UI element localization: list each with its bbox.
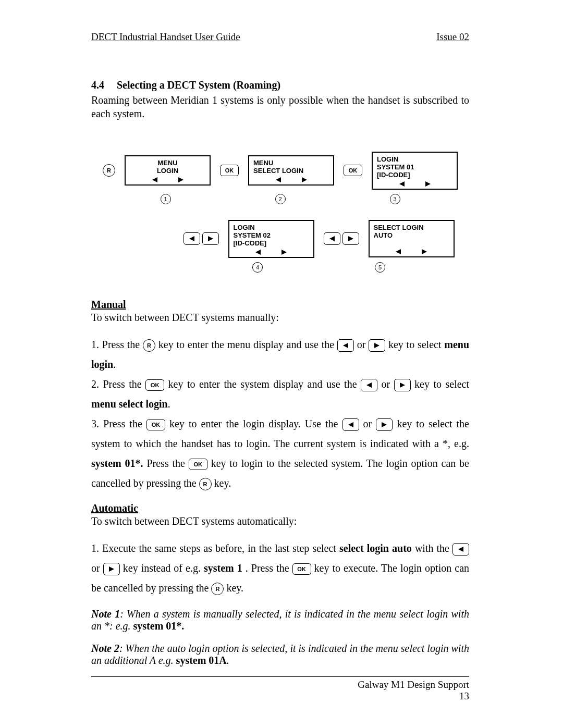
right-key-icon — [103, 563, 120, 575]
text: or — [357, 339, 369, 350]
left-key-icon — [337, 339, 354, 352]
left-arrow-icon — [396, 249, 401, 254]
text: Press the — [146, 458, 188, 469]
step-circles-row-1: 1 2 3 — [91, 194, 469, 204]
screen-5-line2: AUTO — [374, 232, 449, 240]
text: key to enter the login display. Use the — [169, 418, 342, 429]
section-intro: Roaming between Meridian 1 systems is on… — [91, 93, 469, 120]
right-arrow-icon — [178, 177, 183, 182]
note-text: : When the auto login option is selected… — [91, 643, 469, 666]
automatic-step-1: 1. Execute the same steps as before, in … — [91, 538, 469, 598]
r-key-icon: R — [143, 339, 155, 352]
note-label: Note 1 — [91, 608, 120, 620]
screen-3-arrows — [377, 181, 452, 187]
manual-step-2: 2. Press the OK key to enter the system … — [91, 374, 469, 414]
right-key-icon — [202, 232, 219, 245]
right-arrow-icon — [302, 177, 307, 182]
text: key to select — [388, 339, 444, 350]
text: . — [168, 398, 170, 410]
r-key-icon: R — [199, 478, 212, 490]
flow-diagram: R MENU LOGIN OK MENU SELECT LOGIN OK LOG… — [91, 152, 469, 273]
left-key-icon — [452, 543, 469, 556]
ok-key-icon: OK — [189, 459, 207, 470]
nav-keys-pair — [324, 232, 359, 245]
ok-key-icon: OK — [145, 379, 164, 391]
text: . Press the — [246, 562, 292, 574]
right-key-icon — [369, 339, 385, 352]
screen-2-line2: SELECT LOGIN — [253, 167, 329, 175]
text: key instead of e.g. — [123, 562, 204, 574]
text-bold: system 1 — [204, 562, 242, 574]
text: 3. Press the — [91, 418, 146, 429]
r-key-icon: R — [103, 164, 115, 177]
step-3-icon: 3 — [390, 194, 400, 204]
r-key-icon: R — [211, 583, 224, 595]
left-arrow-icon — [399, 181, 405, 187]
text: 2. Press the — [91, 378, 145, 390]
screen-4: LOGIN SYSTEM 02 [ID-CODE] — [228, 220, 314, 258]
right-arrow-icon — [425, 181, 431, 187]
screen-1-arrows — [130, 177, 205, 182]
text: key to enter the system display and use … — [168, 378, 361, 390]
screen-4-line2: SYSTEM 02 — [234, 232, 309, 240]
left-key-icon — [361, 379, 377, 391]
left-key-icon — [183, 232, 200, 245]
diagram-row-2: LOGIN SYSTEM 02 [ID-CODE] SELECT LOGIN A… — [91, 220, 469, 258]
ok-key-icon: OK — [146, 419, 165, 430]
text: 1. Press the — [91, 339, 143, 350]
automatic-intro: To switch between DECT systems automatic… — [91, 514, 469, 528]
text: key. — [226, 582, 243, 594]
ok-key-icon: OK — [344, 165, 362, 176]
ok-key-icon: OK — [220, 165, 239, 176]
page: DECT Industrial Handset User Guide Issue… — [0, 0, 563, 728]
ok-key-icon: OK — [292, 563, 311, 575]
screen-4-arrows — [234, 250, 309, 255]
text-bold: system 01*. — [91, 458, 143, 469]
left-key-icon — [324, 232, 340, 245]
right-key-icon — [394, 379, 411, 391]
note-bold: system 01*. — [133, 620, 185, 632]
footer: Galway M1 Design Support 13 — [358, 679, 469, 702]
note-1: Note 1: When a system is manually select… — [91, 608, 469, 632]
screen-3-line1: LOGIN — [377, 156, 452, 164]
section-number: 4.4 — [91, 79, 114, 91]
left-arrow-icon — [152, 177, 157, 182]
note-label: Note 2 — [91, 643, 119, 654]
text: key to select — [414, 378, 469, 390]
note-bold: system 01A — [176, 655, 227, 666]
screen-1-line1: MENU — [130, 159, 205, 167]
text-bold: menu select login — [91, 398, 168, 410]
automatic-heading: Automatic — [91, 502, 469, 514]
screen-2: MENU SELECT LOGIN — [248, 155, 334, 186]
note-2: Note 2: When the auto login option is se… — [91, 643, 469, 667]
left-arrow-icon — [276, 177, 281, 182]
right-key-icon — [342, 232, 359, 245]
manual-intro: To switch between DECT systems manually: — [91, 311, 469, 324]
manual-step-3: 3. Press the OK key to enter the login d… — [91, 414, 469, 493]
screen-1-line2: LOGIN — [130, 167, 205, 175]
screen-5-arrows — [374, 249, 449, 254]
text: . — [113, 359, 116, 370]
screen-1: MENU LOGIN — [125, 155, 211, 186]
screen-3-line3: [ID-CODE] — [377, 171, 452, 179]
text: . — [227, 655, 229, 666]
step-5-icon: 5 — [375, 262, 385, 273]
text: key to enter the menu display and use th… — [158, 339, 337, 350]
step-circles-row-2: 4 5 — [91, 262, 469, 273]
text: or — [381, 378, 394, 390]
screen-4-line3: [ID-CODE] — [234, 240, 309, 248]
text: key. — [214, 477, 231, 489]
screen-5: SELECT LOGIN AUTO — [369, 220, 455, 257]
text: 1. Execute the same steps as before, in … — [91, 542, 339, 554]
step-2-icon: 2 — [275, 194, 286, 204]
screen-2-line1: MENU — [253, 159, 329, 167]
left-arrow-icon — [255, 250, 261, 255]
screen-3-line2: SYSTEM 01 — [377, 164, 452, 171]
footer-divider — [91, 676, 469, 677]
left-key-icon — [342, 418, 359, 431]
footer-org: Galway M1 Design Support — [358, 679, 469, 690]
step-4-icon: 4 — [252, 262, 263, 273]
page-number: 13 — [358, 690, 469, 702]
text: or — [363, 418, 376, 429]
right-key-icon — [376, 418, 393, 431]
